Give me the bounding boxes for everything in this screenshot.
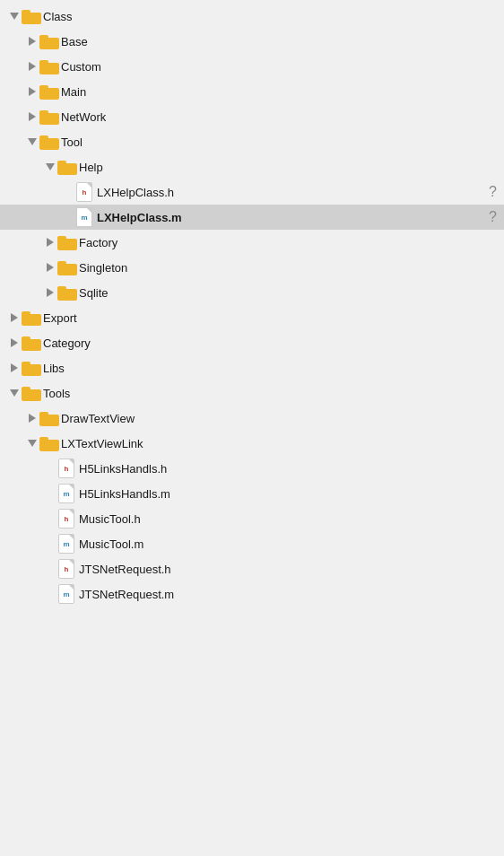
- file-m-icon: m: [58, 484, 74, 503]
- folder-icon: [39, 84, 57, 100]
- file-tree: ClassBaseCustomMainNetWorkToolHelphLXHel…: [0, 0, 504, 610]
- item-label: DrawTextView: [61, 412, 497, 425]
- folder-icon: [39, 436, 57, 451]
- tree-item-lxhelpclass-m[interactable]: mLXHelpClass.m?: [0, 205, 504, 230]
- folder-icon: [22, 336, 39, 351]
- item-label: Main: [61, 85, 497, 99]
- chevron-right-icon: [29, 112, 36, 121]
- item-label: H5LinksHandls.h: [79, 462, 497, 476]
- tree-item-custom[interactable]: Custom: [0, 54, 504, 79]
- item-label: Base: [61, 35, 497, 48]
- chevron-down-icon: [10, 13, 19, 20]
- chevron-right-icon: [11, 363, 18, 372]
- item-label: MusicTool.m: [79, 537, 497, 551]
- tree-item-musictool-h[interactable]: hMusicTool.h: [0, 506, 504, 531]
- file-h-icon: h: [58, 559, 74, 579]
- item-label: NetWork: [61, 110, 497, 124]
- item-label: Help: [79, 161, 497, 174]
- folder-icon: [39, 59, 57, 74]
- folder-icon: [39, 109, 57, 125]
- folder-icon: [57, 160, 75, 175]
- chevron-right-icon: [29, 87, 36, 96]
- tree-item-help[interactable]: Help: [0, 154, 504, 179]
- tree-item-lxtextviewlink[interactable]: LXTextViewLink: [0, 431, 504, 456]
- folder-icon: [22, 361, 39, 376]
- file-m-icon: m: [76, 207, 92, 227]
- chevron-right-icon: [29, 414, 36, 423]
- folder-icon: [39, 34, 57, 49]
- item-label: MusicTool.h: [79, 512, 497, 526]
- folder-icon: [22, 386, 39, 401]
- chevron-right-icon: [29, 62, 36, 71]
- folder-icon: [39, 135, 57, 150]
- file-h-icon: h: [58, 509, 74, 528]
- status-badge: ?: [489, 184, 497, 200]
- tree-item-main[interactable]: Main: [0, 79, 504, 104]
- file-h-icon: h: [58, 459, 74, 478]
- item-label: Class: [43, 10, 497, 23]
- tree-item-export[interactable]: Export: [0, 305, 504, 330]
- item-label: Singleton: [79, 261, 497, 275]
- item-label: Tools: [43, 387, 497, 400]
- file-h-icon: h: [76, 182, 92, 202]
- chevron-down-icon: [10, 389, 19, 397]
- item-label: Factory: [79, 236, 497, 249]
- tree-item-sqlite[interactable]: Sqlite: [0, 280, 504, 305]
- folder-icon: [22, 310, 39, 326]
- tree-item-lxhelpclass-h[interactable]: hLXHelpClass.h?: [0, 179, 504, 205]
- tree-item-base[interactable]: Base: [0, 29, 504, 54]
- item-label: LXHelpClass.m: [97, 211, 489, 224]
- tree-item-tools[interactable]: Tools: [0, 380, 504, 406]
- item-label: LXHelpClass.h: [97, 186, 489, 199]
- tree-item-factory[interactable]: Factory: [0, 230, 504, 255]
- item-label: H5LinksHandls.m: [79, 487, 497, 501]
- tree-item-tool[interactable]: Tool: [0, 129, 504, 154]
- tree-item-class[interactable]: Class: [0, 4, 504, 29]
- tree-item-singleton[interactable]: Singleton: [0, 255, 504, 280]
- item-label: LXTextViewLink: [61, 437, 497, 450]
- tree-item-libs[interactable]: Libs: [0, 355, 504, 380]
- item-label: JTSNetRequest.h: [79, 563, 497, 576]
- tree-item-jtsnetrequest-h[interactable]: hJTSNetRequest.h: [0, 556, 504, 581]
- chevron-down-icon: [46, 163, 55, 170]
- item-label: Libs: [43, 362, 497, 375]
- chevron-down-icon: [28, 138, 37, 145]
- tree-item-network[interactable]: NetWork: [0, 104, 504, 129]
- chevron-right-icon: [47, 238, 54, 247]
- folder-icon: [57, 235, 75, 250]
- chevron-right-icon: [29, 37, 36, 46]
- folder-icon: [39, 411, 57, 426]
- folder-icon: [57, 260, 75, 275]
- chevron-right-icon: [47, 288, 54, 297]
- chevron-right-icon: [11, 313, 18, 322]
- chevron-right-icon: [11, 338, 18, 347]
- file-m-icon: m: [58, 584, 74, 604]
- tree-item-h5linkshandls-m[interactable]: mH5LinksHandls.m: [0, 481, 504, 506]
- tree-item-category[interactable]: Category: [0, 330, 504, 355]
- status-badge: ?: [489, 209, 497, 225]
- tree-item-musictool-m[interactable]: mMusicTool.m: [0, 531, 504, 556]
- item-label: Category: [43, 336, 497, 350]
- item-label: Tool: [61, 135, 497, 149]
- tree-item-h5linkshandls-h[interactable]: hH5LinksHandls.h: [0, 456, 504, 481]
- chevron-down-icon: [28, 440, 37, 447]
- folder-icon: [57, 285, 75, 301]
- tree-item-jtsnetrequest-m[interactable]: mJTSNetRequest.m: [0, 581, 504, 607]
- item-label: Export: [43, 311, 497, 325]
- file-m-icon: m: [58, 534, 74, 554]
- chevron-right-icon: [47, 263, 54, 272]
- item-label: Custom: [61, 60, 497, 74]
- item-label: Sqlite: [79, 286, 497, 300]
- tree-item-drawtextview[interactable]: DrawTextView: [0, 406, 504, 431]
- folder-icon: [22, 9, 39, 24]
- item-label: JTSNetRequest.m: [79, 588, 497, 601]
